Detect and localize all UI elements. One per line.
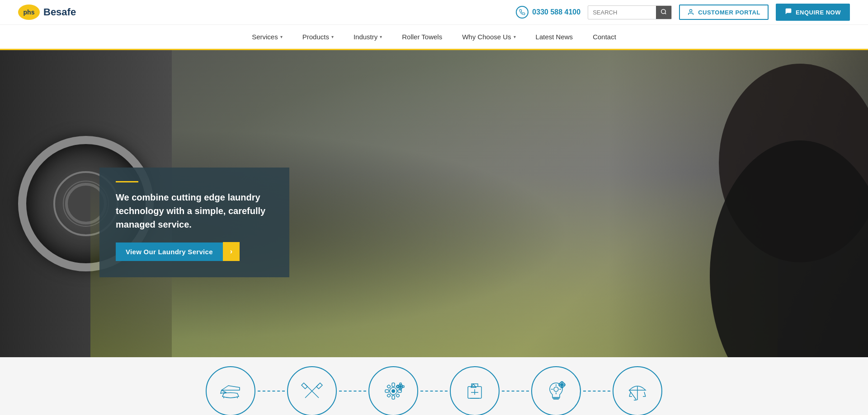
svg-line-46: [629, 392, 631, 396]
phs-logo: phs: [18, 5, 40, 20]
outdoor-icon-circle[interactable]: [613, 366, 662, 415]
icon-industrial: [368, 366, 418, 415]
customer-portal-button[interactable]: CUSTOMER PORTAL: [679, 5, 769, 20]
nav-item-products[interactable]: Products ▾: [292, 25, 344, 49]
phone-icon: [516, 6, 528, 19]
svg-rect-42: [563, 384, 565, 386]
industry-icons-section: [0, 357, 868, 415]
nav-item-latest-news[interactable]: Latest News: [526, 25, 583, 49]
phone-number[interactable]: 0330 588 4100: [516, 6, 580, 19]
icon-outdoor: [613, 366, 662, 415]
svg-point-11: [392, 389, 395, 393]
logo[interactable]: phs Besafe: [18, 5, 76, 20]
connector-3: [420, 391, 448, 392]
utilities-icon-circle[interactable]: [450, 366, 500, 415]
svg-rect-41: [559, 384, 561, 386]
search-button[interactable]: [656, 6, 671, 19]
enquire-label: ENQUIRE NOW: [796, 9, 841, 16]
icon-innovation: [531, 366, 581, 415]
svg-rect-18: [387, 394, 391, 397]
hero-content-box: We combine cutting edge laundry technolo…: [99, 168, 289, 277]
svg-line-44: [629, 390, 637, 400]
enquire-button[interactable]: ENQUIRE NOW: [776, 4, 850, 21]
connector-2: [339, 391, 366, 392]
svg-point-32: [554, 387, 558, 392]
chevron-down-icon: ▾: [280, 34, 283, 39]
industrial-icon-circle[interactable]: [368, 366, 418, 415]
connector-1: [258, 391, 285, 392]
innovation-icon-circle[interactable]: [531, 366, 581, 415]
nav-item-services[interactable]: Services ▾: [242, 25, 292, 49]
transport-icon-circle[interactable]: [206, 366, 255, 415]
svg-rect-19: [396, 394, 400, 397]
mining-icon-circle[interactable]: [287, 366, 337, 415]
search-bar[interactable]: [588, 5, 672, 19]
speech-icon: [785, 8, 792, 17]
phone-text: 0330 588 4100: [532, 8, 580, 16]
svg-rect-39: [561, 382, 563, 383]
hero-section: We combine cutting edge laundry technolo…: [0, 50, 868, 357]
connector-5: [583, 391, 610, 392]
chevron-down-icon: ▾: [331, 34, 334, 39]
svg-point-38: [561, 383, 563, 386]
svg-rect-14: [385, 390, 389, 392]
svg-point-2: [689, 9, 692, 12]
cta-arrow-icon[interactable]: ›: [223, 242, 240, 261]
connector-4: [502, 391, 529, 392]
chevron-down-icon: ▾: [380, 34, 382, 39]
svg-rect-12: [392, 383, 395, 387]
hero-accent-line: [116, 181, 138, 182]
customer-portal-label: CUSTOMER PORTAL: [698, 9, 760, 16]
svg-point-21: [400, 386, 402, 388]
icon-utilities: [450, 366, 500, 415]
nav-item-roller-towels[interactable]: Roller Towels: [392, 25, 452, 49]
svg-point-0: [661, 9, 665, 13]
view-laundry-service-button[interactable]: View Our Laundry Service: [116, 242, 223, 261]
hero-cta-group: View Our Laundry Service ›: [116, 242, 273, 261]
hero-tagline: We combine cutting edge laundry technolo…: [116, 191, 273, 231]
nav-item-industry[interactable]: Industry ▾: [344, 25, 392, 49]
main-navigation: Services ▾ Products ▾ Industry ▾ Roller …: [0, 25, 868, 50]
svg-rect-13: [392, 396, 395, 399]
hero-person: [552, 50, 868, 357]
svg-line-1: [665, 13, 666, 14]
icon-mining: [287, 366, 337, 415]
top-bar: phs Besafe 0330 588 4100 CUSTOMER PORTAL: [0, 0, 868, 25]
svg-line-47: [644, 392, 646, 396]
chevron-down-icon: ▾: [514, 34, 516, 39]
logo-and-phone: phs Besafe: [18, 5, 76, 20]
nav-item-why-choose-us[interactable]: Why Choose Us ▾: [452, 25, 525, 49]
besafe-label: Besafe: [43, 6, 76, 18]
icon-transport: [206, 366, 255, 415]
nav-item-contact[interactable]: Contact: [583, 25, 626, 49]
svg-rect-16: [387, 385, 391, 388]
search-input[interactable]: [588, 6, 656, 19]
